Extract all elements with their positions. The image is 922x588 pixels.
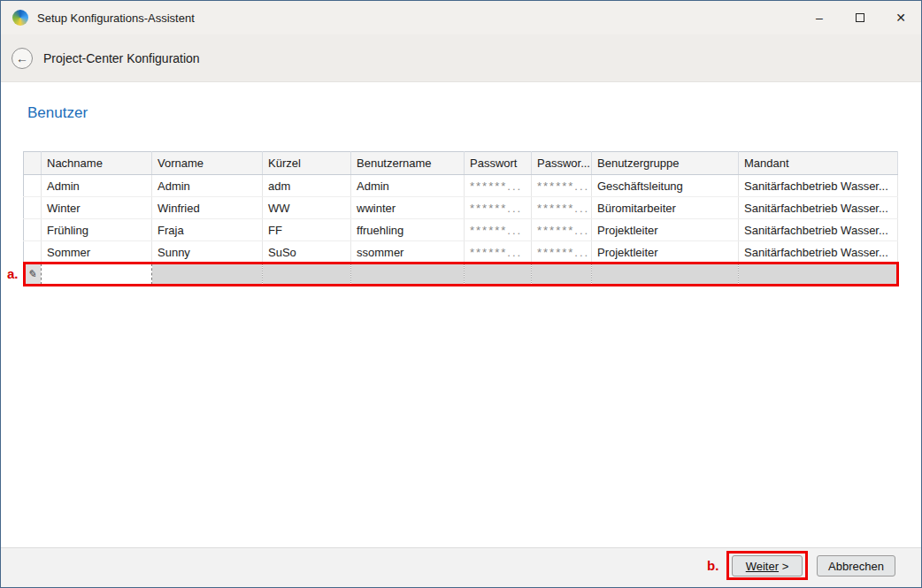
new-row-cell[interactable] [465,263,532,286]
weiter-button[interactable]: Weiter > [732,555,803,577]
new-row: ✎ [24,263,898,286]
cell-mandant[interactable]: Sanitärfachbetrieb Wasser... [739,197,898,219]
new-row-cell[interactable] [592,263,739,286]
cell-benutzername[interactable]: ssommer [351,241,465,263]
close-icon: ✕ [895,11,906,25]
row-selector-cell[interactable] [24,197,42,219]
col-header-benutzername[interactable]: Benutzername [351,152,465,175]
close-button[interactable]: ✕ [880,1,921,34]
cell-benutzergruppe[interactable]: Projektleiter [592,219,739,241]
cell-vorname[interactable]: Fraja [152,219,263,241]
title-bar: Setup Konfigurations-Assistent – ✕ [1,1,921,34]
new-row-cell[interactable] [351,263,465,286]
cell-passwort[interactable]: ******... [465,219,532,241]
row-selector-cell[interactable] [24,219,42,241]
cell-vorname[interactable]: Winfried [152,197,263,219]
cell-passwort[interactable]: ******... [465,175,532,197]
cell-mandant[interactable]: Sanitärfachbetrieb Wasser... [739,175,898,197]
back-arrow-icon: ← [16,52,28,65]
minimize-icon: – [816,11,823,25]
cell-passwort[interactable]: ******... [465,197,532,219]
cell-mandant[interactable]: Sanitärfachbetrieb Wasser... [739,241,898,263]
table-row: Winter Winfried WW wwinter ******... ***… [24,197,898,219]
new-row-cell[interactable] [532,263,592,286]
abbrechen-button[interactable]: Abbrechen [817,555,895,577]
cell-nachname[interactable]: Winter [42,197,152,219]
row-selector-cell[interactable] [24,175,42,197]
caption-buttons: – ✕ [799,1,921,34]
maximize-button[interactable] [840,1,880,34]
table-row: Frühling Fraja FF ffruehling ******... *… [24,219,898,241]
col-header-benutzergruppe[interactable]: Benutzergruppe [592,152,739,175]
abbrechen-button-label: Abbrechen [828,560,884,573]
setup-wizard-window: Setup Konfigurations-Assistent – ✕ ← Pro… [0,0,922,588]
new-row-edit-cell[interactable] [42,263,152,286]
cell-benutzername[interactable]: ffruehling [351,219,465,241]
new-row-cell[interactable] [152,263,263,286]
new-row-cell[interactable] [263,263,351,286]
new-row-cell[interactable] [739,263,898,286]
col-header-nachname[interactable]: Nachname [42,152,152,175]
cell-benutzername[interactable]: wwinter [351,197,465,219]
cell-passwort2[interactable]: ******... [532,175,592,197]
weiter-button-suffix: > [779,560,788,573]
cell-vorname[interactable]: Admin [152,175,263,197]
table-header-row: Nachname Vorname Kürzel Benutzername Pas… [24,152,898,175]
cell-passwort2[interactable]: ******... [532,241,592,263]
cell-passwort2[interactable]: ******... [532,219,592,241]
cell-kuerzel[interactable]: SuSo [263,241,351,263]
table-row: Sommer Sunny SuSo ssommer ******... ****… [24,241,898,263]
cell-benutzergruppe[interactable]: Projektleiter [592,241,739,263]
row-selector-cell[interactable] [24,241,42,263]
new-row-edit-icon: ✎ [24,263,42,286]
users-table-wrap: Nachname Vorname Kürzel Benutzername Pas… [23,151,897,286]
wizard-header: ← Project-Center Konfiguration [1,34,921,82]
cell-benutzergruppe[interactable]: Büromitarbeiter [592,197,739,219]
minimize-button[interactable]: – [799,1,840,34]
col-header-selector [24,152,42,175]
maximize-icon [856,13,864,22]
table-row: Admin Admin adm Admin ******... ******..… [24,175,898,197]
cell-mandant[interactable]: Sanitärfachbetrieb Wasser... [739,219,898,241]
cell-passwort2[interactable]: ******... [532,197,592,219]
users-table: Nachname Vorname Kürzel Benutzername Pas… [23,151,898,286]
wizard-step-title: Project-Center Konfiguration [43,51,200,65]
cell-benutzername[interactable]: Admin [351,175,465,197]
cell-vorname[interactable]: Sunny [152,241,263,263]
cell-benutzergruppe[interactable]: Geschäftsleitung [592,175,739,197]
col-header-passwort[interactable]: Passwort [465,152,532,175]
col-header-mandant[interactable]: Mandant [739,152,898,175]
back-button[interactable]: ← [12,48,33,69]
app-icon [12,10,28,26]
cell-nachname[interactable]: Admin [42,175,152,197]
col-header-vorname[interactable]: Vorname [152,152,263,175]
col-header-kuerzel[interactable]: Kürzel [263,152,351,175]
window-title: Setup Konfigurations-Assistent [37,11,195,25]
cell-kuerzel[interactable]: adm [263,175,351,197]
cell-passwort[interactable]: ******... [465,241,532,263]
cell-nachname[interactable]: Sommer [42,241,152,263]
cell-kuerzel[interactable]: WW [263,197,351,219]
page-title: Benutzer [27,104,88,122]
col-header-passwort2[interactable]: Passwor... [532,152,592,175]
weiter-button-label: Weiter [746,560,779,573]
cell-kuerzel[interactable]: FF [263,219,351,241]
cell-nachname[interactable]: Frühling [42,219,152,241]
